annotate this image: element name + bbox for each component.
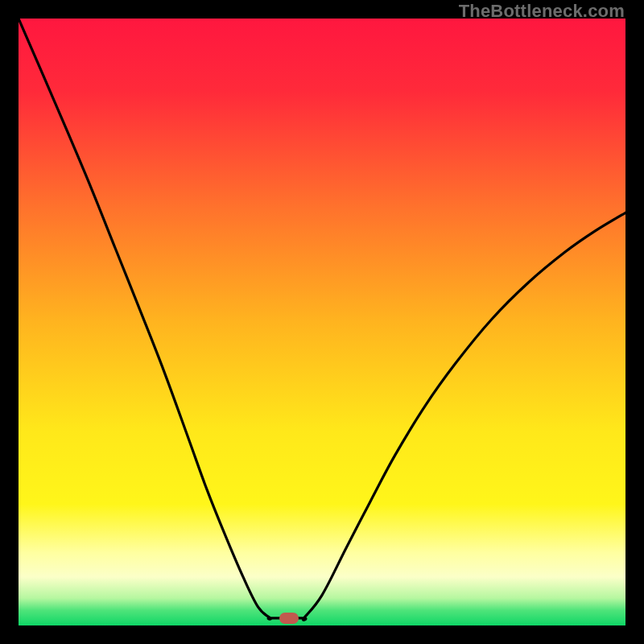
gradient-background <box>19 19 625 625</box>
minimum-marker <box>279 613 299 624</box>
bottleneck-chart <box>19 19 625 625</box>
plot-frame <box>19 19 625 625</box>
